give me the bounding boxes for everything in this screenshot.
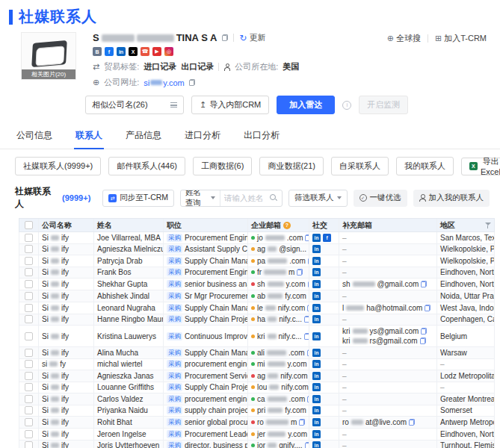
tab-2[interactable]: 联系人 <box>74 124 104 149</box>
linkedin-icon[interactable]: in <box>312 245 321 253</box>
filter-contacts-button[interactable]: 筛选联系人 <box>288 190 348 207</box>
row-checkbox[interactable] <box>25 304 33 312</box>
copy-icon[interactable] <box>189 79 195 86</box>
subtab-4[interactable]: 商业数据(21) <box>259 157 324 175</box>
global-search-link[interactable]: ⊕ 全球搜 <box>387 33 421 44</box>
row-checkbox[interactable] <box>25 372 33 380</box>
search-icon[interactable] <box>270 194 277 202</box>
start-monitor-button[interactable]: 开启监测 <box>359 96 408 114</box>
blog-icon[interactable]: B <box>93 47 102 56</box>
linkedin-icon[interactable]: in <box>312 304 321 312</box>
subtab-6[interactable]: 我的联系人 <box>396 157 454 175</box>
linkedin-icon[interactable]: in <box>312 349 321 357</box>
export-excel-button[interactable]: X 导出 Excel <box>461 158 500 175</box>
instagram-icon[interactable]: ◎ <box>164 47 173 56</box>
row-checkbox[interactable] <box>25 406 33 414</box>
copy-icon[interactable] <box>222 34 228 41</box>
help-icon[interactable]: ? <box>283 222 291 229</box>
company-photo[interactable]: 相关图片(20) <box>21 32 76 80</box>
linkedin-icon[interactable]: in <box>312 268 321 276</box>
import-crm-button[interactable]: ↥ 导入内部CRM <box>191 96 269 114</box>
facebook-icon[interactable]: f <box>105 47 114 56</box>
row-checkbox[interactable] <box>25 268 33 276</box>
name-search-group: 姓名查询 <box>180 190 283 207</box>
sync-tcrm-button[interactable]: ⇄ 同步至T-CRM <box>102 190 174 207</box>
social-cell: in <box>309 382 339 393</box>
linkedin-icon[interactable]: in <box>312 372 321 380</box>
filter-funnel-icon[interactable] <box>484 222 491 228</box>
linkedin-icon[interactable]: in <box>312 406 321 414</box>
x-icon[interactable]: X <box>129 47 138 56</box>
refresh-button[interactable]: ↻ 更新 <box>239 32 265 43</box>
copy-icon[interactable] <box>420 337 426 344</box>
copy-icon[interactable] <box>409 419 415 426</box>
copy-icon[interactable] <box>299 419 305 426</box>
region: – <box>440 360 445 368</box>
copy-icon[interactable] <box>304 333 310 340</box>
linkedin-icon[interactable]: in <box>117 47 126 56</box>
linkedin-icon[interactable]: in <box>312 383 321 391</box>
row-checkbox[interactable] <box>25 280 33 288</box>
tab-3[interactable]: 产品信息 <box>124 124 163 149</box>
phone-icon[interactable]: ☎ <box>141 47 149 56</box>
join-tcrm-link[interactable]: ⊞ 加入T-CRM <box>435 33 487 44</box>
linkedin-icon[interactable]: in <box>312 430 321 438</box>
company-prefix: Si <box>42 349 49 357</box>
title-cell: 采购procurement engineer <box>164 359 248 370</box>
trade-tag-export[interactable]: 出口记录 <box>181 61 214 72</box>
tab-4[interactable]: 进口分析 <box>183 124 222 149</box>
copy-icon[interactable] <box>297 269 303 276</box>
row-checkbox[interactable] <box>25 418 33 426</box>
facebook-icon[interactable]: f <box>323 234 331 242</box>
row-checkbox[interactable] <box>25 349 33 357</box>
name-search-input[interactable] <box>220 193 270 202</box>
name-cell: Carlos Valdez <box>94 393 164 405</box>
row-checkbox[interactable] <box>25 441 33 448</box>
linkedin-icon[interactable]: in <box>312 360 321 368</box>
linkedin-icon[interactable]: in <box>312 280 321 288</box>
subtab-3[interactable]: 工商数据(6) <box>193 157 252 175</box>
subtab-5[interactable]: 自采联系人 <box>331 157 389 175</box>
trade-tag-import[interactable]: 进口记录 <box>143 61 176 72</box>
linkedin-icon[interactable]: in <box>312 441 321 448</box>
youtube-icon[interactable]: ▶ <box>152 47 161 56</box>
linkedin-icon[interactable]: in <box>312 234 321 242</box>
row-checkbox[interactable] <box>25 430 33 438</box>
row-checkbox[interactable] <box>25 257 33 265</box>
row-checkbox[interactable] <box>25 395 33 403</box>
tab-5[interactable]: 出口分析 <box>242 124 281 149</box>
region-cell: Warsaw <box>437 347 494 358</box>
info-icon[interactable]: i <box>342 101 351 110</box>
name-cell: Patrycja Drab <box>94 255 164 267</box>
sync-icon: ⇄ <box>108 194 117 202</box>
tab-1[interactable]: 公司信息 <box>15 124 54 149</box>
subtab-2[interactable]: 邮件联系人(446) <box>108 157 185 175</box>
add-radar-button[interactable]: 加入雷达 <box>277 96 335 114</box>
row-checkbox[interactable] <box>25 360 33 368</box>
copy-icon[interactable] <box>421 328 427 335</box>
copy-icon[interactable] <box>304 316 309 323</box>
company-prefix: Si <box>42 315 49 323</box>
row-checkbox[interactable] <box>25 245 33 253</box>
one-click-optimize-button[interactable]: ✓ 一键优选 <box>354 190 407 207</box>
add-my-contacts-button[interactable]: 加入我的联系人 <box>413 190 490 207</box>
subtab-1[interactable]: 社媒联系人(9999+) <box>15 157 101 175</box>
row-checkbox[interactable] <box>25 234 33 242</box>
linkedin-icon[interactable]: in <box>312 332 321 340</box>
row-checkbox[interactable] <box>25 315 33 323</box>
row-checkbox[interactable] <box>25 332 33 340</box>
copy-icon[interactable] <box>421 281 427 287</box>
similar-companies-select[interactable]: 相似公司名(26) <box>85 96 184 114</box>
row-checkbox[interactable] <box>25 292 33 300</box>
linkedin-icon[interactable]: in <box>312 292 321 300</box>
name-query-dropdown[interactable]: 姓名查询 <box>181 190 220 206</box>
linkedin-icon[interactable]: in <box>312 418 321 426</box>
website-link[interactable]: si y.com <box>143 78 184 87</box>
linkedin-icon[interactable]: in <box>312 395 321 403</box>
linkedin-icon[interactable]: in <box>312 315 321 323</box>
job-title: Procurement Leader Conventi... <box>185 430 248 438</box>
select-all-checkbox[interactable] <box>25 221 33 229</box>
linkedin-icon[interactable]: in <box>312 257 321 265</box>
copy-icon[interactable] <box>425 305 430 311</box>
row-checkbox[interactable] <box>25 383 33 391</box>
